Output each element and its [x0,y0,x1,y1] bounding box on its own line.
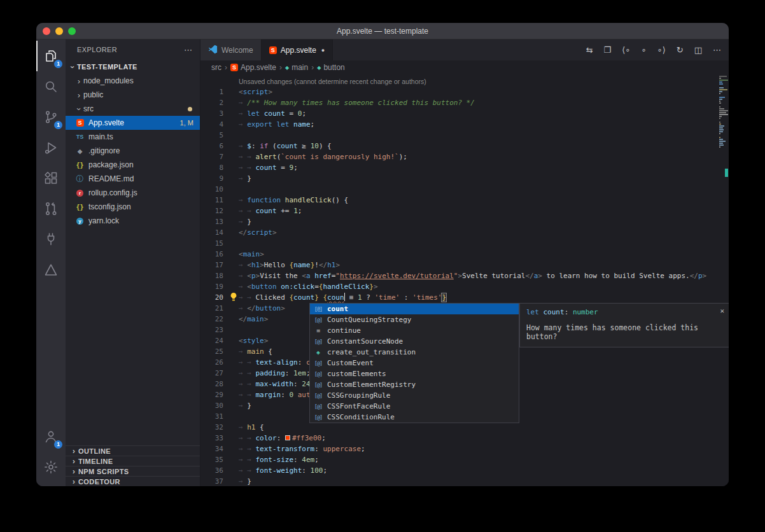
symbol-variable-icon: [@] [313,393,323,399]
activity-azure-icon[interactable] [36,255,66,285]
breadcrumb-src[interactable]: src [211,63,221,72]
suggest-item-cssfontfacerule[interactable]: [@]CSSFontFaceRule [310,401,519,412]
suggest-item-customelements[interactable]: [@]customElements [310,368,519,379]
tree-item-readme-md[interactable]: ⓘREADME.md [66,172,200,186]
editor-actions: ⇆❐⟨∘∘∘⟩↻◫⋯ [586,39,721,60]
tab-dirty-indicator[interactable]: ● [321,47,325,53]
minimap[interactable] [719,76,729,148]
rollup-icon: r [76,190,83,197]
activity-github-pull-requests-icon[interactable] [36,193,66,224]
code-line-3[interactable]: → let count = 0; [239,108,719,119]
code-line-9[interactable]: → } [239,173,719,184]
minimap-line [719,112,726,113]
tree-item-package-json[interactable]: {}package.json [66,158,200,172]
section-codetour[interactable]: ›CODETOUR [66,476,200,486]
code-line-35[interactable]: → → font-size: 4em; [239,454,719,465]
tree-item-tsconfig-json[interactable]: {}tsconfig.json [66,200,200,214]
code-line-19[interactable]: → <button on:click={handleClick}> [239,281,719,292]
activity-extensions-icon[interactable] [36,163,66,193]
suggest-item-create-out-transition[interactable]: ◈create_out_transition [310,347,519,358]
code-line-16[interactable]: <main> [239,249,719,260]
code-line-6[interactable]: → $: if (count ≥ 10) { [239,141,719,151]
breadcrumb-app-svelte[interactable]: SApp.svelte [230,63,276,72]
section-npm-scripts[interactable]: ›NPM SCRIPTS [66,466,200,476]
next-change-icon[interactable]: ∘⟩ [657,45,666,55]
tab-welcome[interactable]: Welcome [200,39,262,60]
close-window-button[interactable] [43,27,50,35]
breadcrumb-separator: › [225,63,227,72]
tree-item-label: .gitignore [88,146,120,155]
code-line-4[interactable]: → export let name; [239,119,719,130]
code-line-37[interactable]: → } [239,476,719,486]
suggest-item-label: create_out_transition [327,348,416,356]
code-line-33[interactable]: → → color: #ff3e00; [239,433,719,444]
compare-changes-icon[interactable]: ⇆ [586,45,593,55]
tree-item-gitignore[interactable]: ◆.gitignore [66,144,200,158]
activity-run-debug-icon[interactable] [36,132,66,163]
tree-item-yarn-lock[interactable]: yyarn.lock [66,214,200,228]
tree-item-app-svelte[interactable]: SApp.svelte1, M [66,116,200,130]
code-line-17[interactable]: → <h1>Hello {name}!</h1> [239,260,719,270]
code-line-15[interactable] [239,238,719,249]
activity-source-control-icon[interactable]: 1 [36,102,66,132]
code-line-5[interactable] [239,130,719,141]
tree-item-node-modules[interactable]: ›node_modules [66,74,200,88]
code-line-11[interactable]: → function handleClick() { [239,195,719,206]
suggest-item-customelementregistry[interactable]: [@]CustomElementRegistry [310,379,519,390]
breadcrumb-main[interactable]: ◆main [285,63,308,72]
section-outline[interactable]: ›OUTLINE [66,445,200,456]
code-line-32[interactable]: → h1 { [239,422,719,433]
split-editor-icon[interactable]: ◫ [694,45,702,55]
previous-change-icon[interactable]: ⟨∘ [622,45,630,55]
suggest-item-customevent[interactable]: [@]CustomEvent [310,358,519,368]
code-line-12[interactable]: → → count += 1; [239,206,719,216]
code-line-20[interactable]: → → Clicked {count} {coun ≡ 1 ? 'time' :… [239,292,719,303]
code-line-8[interactable]: → → count = 9; [239,162,719,173]
section-timeline[interactable]: ›TIMELINE [66,456,200,466]
open-preview-icon[interactable]: ❐ [604,45,612,55]
activity-search-icon[interactable] [36,71,66,102]
more-actions-icon[interactable]: ⋯ [184,45,192,55]
activity-explorer-icon[interactable]: 1 [36,41,66,71]
suggest-item-countqueuingstrategy[interactable]: [@]CountQueuingStrategy [310,314,519,325]
suggest-item-cssgroupingrule[interactable]: [@]CSSGroupingRule [310,390,519,401]
code-line-13[interactable]: → } [239,216,719,227]
codelens-annotation[interactable]: Unsaved changes (cannot determine recent… [239,76,719,87]
code-line-34[interactable]: → → text-transform: uppercase; [239,444,719,454]
close-icon[interactable]: ✕ [720,307,724,315]
code-line-18[interactable]: → <p>Visit the <a href="https://svelte.d… [239,270,719,281]
suggest-item-continue[interactable]: ≡continue [310,325,519,336]
code-line-7[interactable]: → → alert(`count is dangerously high!`); [239,151,719,162]
lightbulb-icon[interactable] [229,292,238,302]
breadcrumb-button[interactable]: ◆button [317,63,345,72]
code-line-10[interactable] [239,184,719,195]
project-section-header[interactable]: › TEST-TEMPLATE [66,60,200,74]
suggest-item-label: CSSConditionRule [327,413,395,421]
minimap-line [719,114,728,115]
zoom-window-button[interactable] [68,27,76,35]
tree-item-public[interactable]: ›public [66,88,200,102]
activity-accounts-icon[interactable]: 1 [36,421,66,452]
suggest-item-constantsourcenode[interactable]: [@]ConstantSourceNode [310,336,519,347]
title-bar[interactable]: App.svelte — test-template [36,23,729,39]
code-line-14[interactable]: </script> [239,227,719,238]
open-changes-icon[interactable]: ∘ [641,45,646,55]
activity-settings-icon[interactable] [36,452,66,482]
symbol-variable-icon: [@] [313,339,323,345]
tree-item-main-ts[interactable]: TSmain.ts [66,130,200,144]
code-editor[interactable]: 1234567891011121314151617181920212223242… [200,74,729,486]
tree-item-rollup-config-js[interactable]: rrollup.config.js [66,186,200,200]
minimize-window-button[interactable] [55,27,63,35]
code-line-2[interactable]: → /** How many times has someone clicked… [239,97,719,108]
symbol-variable-icon: [@] [313,360,323,367]
tree-item-src[interactable]: ›src [66,102,200,116]
line-number: 13 [200,216,223,227]
activity-remote-explorer-icon[interactable] [36,224,66,255]
tab-app-svelte[interactable]: SApp.svelte● [262,39,333,60]
more-actions-icon[interactable]: ⋯ [713,45,721,55]
code-line-1[interactable]: <script> [239,87,719,97]
suggest-item-cssconditionrule[interactable]: [@]CSSConditionRule [310,412,519,423]
code-line-36[interactable]: → → font-weight: 100; [239,465,719,476]
timeline-icon[interactable]: ↻ [677,45,684,55]
suggest-item-count[interactable]: [@]count [310,304,519,314]
